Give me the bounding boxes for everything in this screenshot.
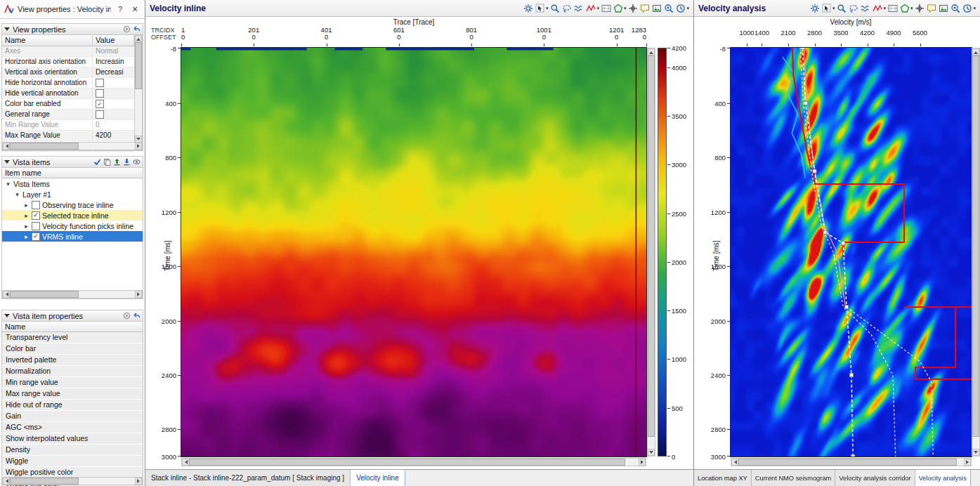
scroll-up-button[interactable] xyxy=(972,48,979,55)
film-icon[interactable] xyxy=(601,4,611,13)
vista-item-properties-scrollbar[interactable] xyxy=(2,477,143,485)
item-property-row[interactable]: Inverted palette xyxy=(2,355,143,366)
item-property-row[interactable]: Color bar xyxy=(2,343,143,355)
scroll-right-button[interactable] xyxy=(135,291,142,298)
velocity-inline-vertical-scrollbar[interactable] xyxy=(647,48,655,457)
vista-items-horizontal-scrollbar[interactable] xyxy=(2,290,143,298)
scroll-right-button[interactable] xyxy=(135,478,142,485)
expander-icon[interactable]: ▾ xyxy=(14,191,20,198)
scroll-track[interactable] xyxy=(10,291,135,298)
tree-item[interactable]: ▸✓Selected trace inline xyxy=(2,210,143,221)
collapse-icon[interactable] xyxy=(4,314,10,317)
collapse-icon[interactable] xyxy=(4,27,10,31)
upload-icon[interactable] xyxy=(113,158,121,166)
velocity-analysis-tab[interactable]: Velocity analysis corridor xyxy=(835,470,915,486)
image-icon[interactable] xyxy=(652,4,662,13)
tree-item[interactable]: ▸Velocity function picks inline xyxy=(2,221,143,231)
zoom-icon[interactable] xyxy=(550,4,560,13)
scroll-thumb[interactable] xyxy=(10,478,79,485)
velocity-inline-horizontal-scrollbar[interactable] xyxy=(181,458,646,466)
scroll-down-button[interactable] xyxy=(972,449,979,456)
velocity-analysis-vertical-scrollbar[interactable] xyxy=(972,48,980,457)
property-row[interactable]: AxesNormal xyxy=(2,46,134,57)
scroll-track[interactable] xyxy=(648,55,655,449)
scroll-left-button[interactable] xyxy=(731,459,738,466)
waves-icon[interactable] xyxy=(574,4,584,13)
select-mode-icon[interactable]: ▾ xyxy=(822,4,835,13)
scroll-up-button[interactable] xyxy=(648,48,655,55)
scroll-right-button[interactable] xyxy=(639,459,646,466)
property-row[interactable]: Horizontal axis orientationIncreasin xyxy=(2,57,134,67)
property-row[interactable]: Min Range Value0 xyxy=(2,120,134,131)
lasso-icon[interactable] xyxy=(562,4,572,13)
shape-icon[interactable]: ▾ xyxy=(900,4,913,13)
item-property-row[interactable]: Max range value xyxy=(2,388,143,400)
crosshair-icon[interactable] xyxy=(628,4,638,13)
properties-vertical-scrollbar[interactable] xyxy=(134,34,143,143)
history-icon[interactable]: ▾ xyxy=(962,4,976,13)
scroll-thumb[interactable] xyxy=(648,55,655,437)
comment-icon[interactable] xyxy=(927,4,936,13)
visibility-icon[interactable] xyxy=(133,158,141,166)
scroll-left-button[interactable] xyxy=(182,459,189,466)
gear-icon[interactable] xyxy=(523,4,533,13)
item-property-row[interactable]: Transparency level xyxy=(2,332,143,343)
property-checkbox[interactable]: ✓ xyxy=(96,100,104,108)
scroll-left-button[interactable] xyxy=(3,143,10,150)
collapse-icon[interactable] xyxy=(4,160,10,164)
scroll-thumb[interactable] xyxy=(738,459,957,466)
comment-icon[interactable] xyxy=(640,4,650,13)
magnify-area-icon[interactable] xyxy=(664,4,674,13)
check-icon[interactable] xyxy=(93,158,101,166)
item-checkbox[interactable]: ✓ xyxy=(32,211,40,220)
shape-icon[interactable]: ▾ xyxy=(613,4,627,13)
item-property-row[interactable]: Wiggle xyxy=(2,456,143,467)
expander-icon[interactable]: ▸ xyxy=(23,223,30,230)
property-checkbox[interactable] xyxy=(96,110,104,119)
expander-icon[interactable]: ▸ xyxy=(23,212,30,219)
item-property-row[interactable]: Density xyxy=(2,445,143,456)
item-property-row[interactable]: Min range value xyxy=(2,377,143,388)
scroll-track[interactable] xyxy=(189,459,639,466)
scroll-right-button[interactable] xyxy=(135,143,142,150)
zigzag-icon[interactable]: ▾ xyxy=(586,4,599,13)
property-row[interactable]: Max Range Value4200 xyxy=(2,131,134,141)
property-row[interactable]: General range xyxy=(2,110,134,120)
paste-icon[interactable] xyxy=(103,158,111,166)
image-icon[interactable] xyxy=(939,4,948,13)
scroll-track[interactable] xyxy=(10,478,135,485)
velocity-analysis-tab[interactable]: Velocity analysis xyxy=(915,470,971,486)
magnify-area-icon[interactable] xyxy=(950,4,960,13)
velocity-inline-tab[interactable]: Stack inline - Stack inline-222_param_da… xyxy=(145,470,351,486)
item-property-row[interactable]: AGC <ms> xyxy=(2,422,143,433)
velocity-analysis-horizontal-scrollbar[interactable] xyxy=(731,458,972,466)
history-icon[interactable]: ▾ xyxy=(676,4,689,13)
item-property-row[interactable]: Hide out of range xyxy=(2,400,143,411)
zoom-icon[interactable] xyxy=(837,4,847,13)
scroll-left-button[interactable] xyxy=(3,291,10,298)
scroll-right-button[interactable] xyxy=(964,459,971,466)
property-row[interactable]: Color bar enabled✓ xyxy=(2,99,134,110)
vista-items-header[interactable]: Vista items xyxy=(2,157,143,168)
velocity-inline-tab[interactable]: Velocity inline xyxy=(351,470,405,486)
property-row[interactable]: Vertical axis orientationDecreasi xyxy=(2,67,134,78)
velocity-analysis-tab[interactable]: Current NMO seismogram xyxy=(752,470,836,486)
tree-item[interactable]: ▸✓VRMS inline xyxy=(2,231,143,242)
scroll-track[interactable] xyxy=(10,143,135,150)
help-button[interactable]: ? xyxy=(115,5,126,13)
scroll-thumb[interactable] xyxy=(972,55,979,437)
lasso-icon[interactable] xyxy=(849,4,858,13)
scroll-thumb[interactable] xyxy=(10,291,79,298)
scroll-down-button[interactable] xyxy=(648,449,655,456)
property-row[interactable]: Hide vertical annotation xyxy=(2,88,134,99)
crosshair-icon[interactable] xyxy=(915,4,925,13)
item-property-row[interactable]: Show interpolated values xyxy=(2,433,143,445)
property-row[interactable]: Hide horizontal annotation xyxy=(2,78,134,88)
tree-item[interactable]: ▾Layer #1 xyxy=(2,189,143,199)
item-property-row[interactable]: Gain xyxy=(2,411,143,422)
zigzag-icon[interactable]: ▾ xyxy=(873,4,886,13)
tree-item[interactable]: ▸Observing trace inline xyxy=(2,199,143,210)
select-mode-icon[interactable]: ▾ xyxy=(535,4,549,13)
gear-icon[interactable] xyxy=(810,4,820,13)
scroll-left-button[interactable] xyxy=(3,478,10,485)
